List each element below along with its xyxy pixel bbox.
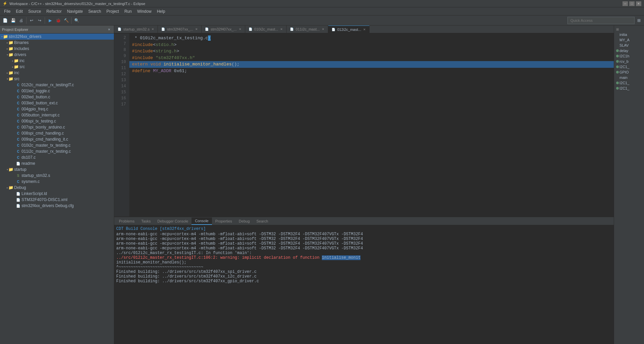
tab-012i2c_mast[interactable]: 📄012i2c_mast...✕ xyxy=(328,26,370,33)
right-label-2: SLAV xyxy=(619,43,629,47)
tab-close-012i2c_mast[interactable]: ✕ xyxy=(363,28,366,31)
print-button[interactable]: 🖨 xyxy=(17,17,25,24)
menu-item-search[interactable]: Search xyxy=(86,8,104,14)
code-body[interactable]: * 010i2c_master_tx_testing.c□#include<st… xyxy=(129,34,614,216)
right-label-4: I2C1h xyxy=(619,54,629,58)
menu-item-help[interactable]: Help xyxy=(154,8,168,14)
minimize-button[interactable]: ─ xyxy=(622,1,628,6)
tree-item-debug[interactable]: ▸📁Debug xyxy=(0,185,114,191)
perspective-button[interactable]: ⊞ xyxy=(635,17,643,24)
menu-item-window[interactable]: Window xyxy=(134,8,154,14)
tree-item-readme[interactable]: 📄readme xyxy=(0,160,114,166)
line-num-12: 12 xyxy=(114,71,128,77)
bottom-tab-console[interactable]: Console xyxy=(191,217,212,225)
console-line-5: ../src/012i2c_master_rx_testingIT.c:106:… xyxy=(116,255,612,260)
tree-item-inc-drivers[interactable]: ▸📁inc xyxy=(0,58,114,64)
bottom-tab-debug[interactable]: Debug xyxy=(235,217,253,225)
tree-item-startup_stm32[interactable]: Sstartup_stm32.s xyxy=(0,173,114,179)
bottom-tab-debugger-console[interactable]: Debugger Console xyxy=(154,217,192,225)
menu-item-source[interactable]: Source xyxy=(26,8,44,14)
tree-item-001led[interactable]: C001led_toggle.c xyxy=(0,88,114,94)
menu-item-edit[interactable]: Edit xyxy=(13,8,26,14)
tree-item-007spi[interactable]: C007spi_txonly_arduino.c xyxy=(0,124,114,130)
tree-icon-stm32f4xx_drivers: 📁 xyxy=(3,34,8,39)
right-item-1: MY_A xyxy=(615,37,643,43)
tab-close-011i2c_mast[interactable]: ✕ xyxy=(322,28,325,31)
redo-button[interactable]: ↪ xyxy=(36,17,43,24)
tab-startup_stm32[interactable]: 📄startup_stm32.s✕ xyxy=(114,26,158,33)
tree-item-sysmem[interactable]: Csysmem.c xyxy=(0,179,114,185)
tree-item-startup[interactable]: ▾📁startup xyxy=(0,166,114,173)
code-editor[interactable]: 27891011121314151617 * 010i2c_master_tx_… xyxy=(114,34,614,216)
new-button[interactable]: 📄 xyxy=(1,17,9,24)
menu-item-run[interactable]: Run xyxy=(122,8,134,14)
right-item-5: rcv_b xyxy=(615,59,643,64)
undo-button[interactable]: ↩ xyxy=(28,17,35,24)
save-button[interactable]: 💾 xyxy=(9,17,17,24)
tree-item-009spi[interactable]: C009spi_cmd_handling_it.c xyxy=(0,136,114,142)
tree-icon-sysmem: C xyxy=(15,179,21,184)
bottom-tab-problems[interactable]: Problems xyxy=(116,217,138,225)
tree-item-ds107[interactable]: Cds107.c xyxy=(0,154,114,160)
tab-close-stm32f407xx_2[interactable]: ✕ xyxy=(239,28,242,31)
quick-access-input[interactable] xyxy=(567,17,635,24)
tree-item-linker[interactable]: 📄LinkerScript.ld xyxy=(0,191,114,197)
menu-item-navigate[interactable]: Navigate xyxy=(64,8,85,14)
tree-item-008spi[interactable]: C008spi_cmd_handling.c xyxy=(0,130,114,136)
tree-item-src-drivers[interactable]: ▸📁src xyxy=(0,64,114,70)
line-num-15: 15 xyxy=(114,89,128,95)
tree-item-012i2c[interactable]: C012i2c_master_rx_testingIT.c xyxy=(0,82,114,88)
bottom-tab-properties[interactable]: Properties xyxy=(212,217,235,225)
right-item-6: I2C1_ xyxy=(615,64,643,69)
tab-stm32f407xx_1[interactable]: 📄stm32f407xx_...✕ xyxy=(158,26,202,33)
tree-item-src[interactable]: ▾📁src xyxy=(0,76,114,82)
console-content[interactable]: CDT Build Console [stm32f4xx_drivers] ar… xyxy=(114,225,614,344)
tree-item-006spi[interactable]: C006spi_tx_testing.c xyxy=(0,118,114,124)
tree-label-inc: inc xyxy=(13,70,19,75)
tree-item-binaries[interactable]: ▸📁Binaries xyxy=(0,40,114,46)
tree-label-linker: LinkerScript.ld xyxy=(21,191,47,196)
app-icon: ⚡ xyxy=(3,1,7,6)
toolbar: 📄 💾 🖨 ↩ ↪ ▶ 🐞 🔨 🔍 ⊞ xyxy=(0,15,644,26)
bottom-tab-tasks[interactable]: Tasks xyxy=(138,217,154,225)
tab-close-startup_stm32[interactable]: ✕ xyxy=(152,28,154,31)
debug-button[interactable]: 🐞 xyxy=(54,17,62,24)
menu-item-project[interactable]: Project xyxy=(104,8,122,14)
tree-icon-binaries: 📁 xyxy=(8,40,13,45)
tree-icon-readme: 📄 xyxy=(15,161,21,166)
maximize-button[interactable]: □ xyxy=(629,1,635,6)
tab-010i2c_mast[interactable]: 📄010i2c_mast...✕ xyxy=(245,26,287,33)
tab-label-011i2c_mast: 011i2c_mast... xyxy=(296,27,320,31)
tree-item-002led[interactable]: C002led_button.c xyxy=(0,94,114,100)
tree-item-stm32f407g[interactable]: 📄STM32F407G-DISC1.xml xyxy=(0,197,114,203)
console-line-3: arm-none-eabi-gcc -mcpu=cortex-m4 -mthum… xyxy=(116,246,612,251)
menu-item-refactor[interactable]: Refactor xyxy=(44,8,64,14)
tree-item-includes[interactable]: ▸📁Includes xyxy=(0,46,114,52)
code-content[interactable]: 27891011121314151617 * 010i2c_master_tx_… xyxy=(114,34,614,216)
tree-item-011i2c[interactable]: C011i2c_master_rx_testing.c xyxy=(0,148,114,154)
tree-icon-src: 📁 xyxy=(8,76,13,82)
menu-item-file[interactable]: File xyxy=(1,8,13,14)
build-button[interactable]: 🔨 xyxy=(62,17,70,24)
tab-close-010i2c_mast[interactable]: ✕ xyxy=(280,28,283,31)
tab-close-stm32f407xx_1[interactable]: ✕ xyxy=(195,28,198,31)
tab-011i2c_mast[interactable]: 📄011i2c_mast...✕ xyxy=(287,26,328,33)
tree-item-stm32f4xx_drivers[interactable]: ▾📁stm32f4xx_drivers xyxy=(0,34,114,40)
pe-close-button[interactable]: ✕ xyxy=(106,27,112,32)
tree-item-003led[interactable]: C003led_button_ext.c xyxy=(0,100,114,106)
close-button[interactable]: ✕ xyxy=(636,1,641,6)
tree-item-stm32f4debug[interactable]: 📄stm32f4xx_drivers Debug.cfg xyxy=(0,203,114,209)
tree-item-005btn[interactable]: C005button_interrupt.c xyxy=(0,112,114,118)
tree-item-004gpio[interactable]: C004gpio_freq.c xyxy=(0,106,114,112)
tree-icon-inc: 📁 xyxy=(8,70,13,76)
tree-item-drivers[interactable]: ▾📁drivers xyxy=(0,52,114,58)
tab-stm32f407xx_2[interactable]: 📄stm32f407xx_...✕ xyxy=(202,26,245,33)
run-button[interactable]: ▶ xyxy=(46,17,54,24)
tree-item-inc[interactable]: ▸📁inc xyxy=(0,70,114,76)
right-dot-10 xyxy=(616,87,619,90)
tree-item-010i2c[interactable]: C010i2c_master_tx_testing.c xyxy=(0,142,114,148)
bottom-tab-search[interactable]: Search xyxy=(253,217,271,225)
tree-icon-stm32f4debug: 📄 xyxy=(15,203,21,208)
tree-label-003led: 003led_button_ext.c xyxy=(21,101,58,105)
search-button[interactable]: 🔍 xyxy=(73,17,80,24)
